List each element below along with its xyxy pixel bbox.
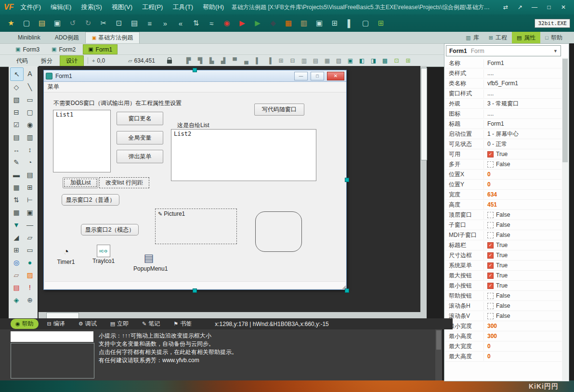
toolbox-tool[interactable]: ⊟ (10, 106, 23, 118)
status-bar-button[interactable]: ◉ 帮助 (11, 319, 39, 329)
selfdraw-list-label[interactable]: 这是自绘List (177, 121, 209, 130)
property-row[interactable]: 最大宽度 0 (445, 341, 561, 352)
popupmenu1-component[interactable]: ▤ PopupMenu1 (133, 251, 164, 272)
checkbox-icon[interactable] (487, 161, 494, 168)
property-row[interactable]: 最大按钮 True (445, 271, 561, 281)
toolbox-tool[interactable]: ↖ (10, 67, 24, 81)
selection-handle-top[interactable] (193, 68, 197, 72)
window-control-button[interactable]: — (528, 2, 541, 12)
timer1-component[interactable]: ◔ Timer1 (51, 245, 81, 265)
property-value[interactable]: 1 - 屏幕中心 (484, 130, 519, 138)
property-row[interactable]: 滚动条V False (445, 311, 561, 321)
property-value[interactable]: 300 (484, 323, 497, 329)
checkbox-icon[interactable] (487, 273, 494, 279)
toolbar-button[interactable]: ▌ (343, 16, 357, 30)
toolbox-tool[interactable]: ↔ (10, 144, 23, 156)
toolbar-button[interactable]: » (158, 16, 172, 30)
alignment-tool-button[interactable]: ⊟ (287, 56, 298, 65)
menu-item[interactable]: 文件(F) (20, 3, 41, 12)
right-panel-tab[interactable]: ▥ 库 (461, 32, 483, 43)
alignment-tool-button[interactable]: ▌ (252, 56, 263, 65)
toolbox-tool[interactable]: ⊕ (24, 294, 36, 306)
properties-scrollbar[interactable] (562, 58, 568, 380)
designed-form-body[interactable]: 不需要DOS窗口（调试输出用）在工程属性里设置 List1 窗口更名 全局变量 … (44, 92, 346, 289)
property-row[interactable]: 类名称 vfb5_Form1 (445, 78, 561, 89)
toolbar-button[interactable]: ▶ (235, 16, 249, 30)
object-selector-dropdown[interactable]: Form1 Form ▼ (446, 45, 561, 56)
property-row[interactable]: MDI子窗口 False (445, 230, 561, 240)
toolbox-tool[interactable]: ⊞ (24, 181, 36, 194)
list2-listbox[interactable]: List2 (171, 129, 316, 181)
designed-form-menu-item[interactable]: 菜单 (48, 83, 59, 91)
property-row[interactable]: 名称 Form1 (445, 58, 561, 68)
toolbox-tool[interactable]: ▥ (24, 131, 36, 144)
toolbar-button[interactable]: ▥ (297, 16, 311, 30)
alignment-tool-button[interactable]: ▤ (310, 56, 321, 65)
property-value[interactable]: Form1 (484, 120, 504, 127)
menu-item[interactable]: 工程(P) (142, 3, 163, 12)
toolbar-button[interactable]: ⊞ (374, 16, 388, 30)
designed-form[interactable]: Form1 — □ ✕ 菜单 不需要DOS窗口（调试输出用）在工程属性里设置 L… (43, 70, 347, 290)
toolbar-button[interactable]: ⇅ (189, 16, 203, 30)
toolbox-tool[interactable]: ! (24, 281, 36, 294)
document-tab[interactable]: ▣ 基础方法例题 (85, 32, 140, 43)
alignment-tool-button[interactable]: ⊡ (391, 56, 402, 65)
window-control-button[interactable]: ✕ (557, 2, 570, 12)
alignment-tool-button[interactable]: ◨ (368, 56, 379, 65)
toolbar-button[interactable]: ✂ (96, 16, 111, 30)
properties-scroll-thumb[interactable] (562, 59, 568, 162)
property-row[interactable]: 启动位置 1 - 屏幕中心 (445, 129, 561, 139)
property-value[interactable]: True (496, 262, 508, 269)
toolbox-tool[interactable]: ▤ (24, 169, 36, 181)
toolbox-tool[interactable]: ▼ (10, 219, 23, 231)
picture1-control[interactable]: ✎Picture1 (155, 209, 237, 244)
property-row[interactable]: 可用 True (445, 149, 561, 159)
alignment-tool-button[interactable]: ⊞ (403, 56, 414, 65)
property-row[interactable]: 滚动条H False (445, 301, 561, 311)
toolbar-button[interactable]: ⊞ (327, 16, 342, 30)
toolbox-tool[interactable]: ▣ (24, 206, 36, 219)
property-value[interactable]: .... (484, 70, 494, 77)
window-control-button[interactable]: ⇄ (499, 2, 512, 12)
property-row[interactable]: 图标 .... (445, 109, 561, 119)
toolbar-button[interactable]: ◆ (266, 16, 280, 30)
checkbox-icon[interactable] (487, 232, 494, 238)
toolbox-tool[interactable]: ● (24, 256, 36, 269)
right-panel-tab[interactable]: ⊞ 工程 (484, 32, 512, 43)
alignment-tool-button[interactable]: ▀ (229, 56, 240, 65)
toolbox-tool[interactable]: ▤ (10, 131, 23, 144)
property-value[interactable]: False (496, 161, 510, 168)
toolbox-tool[interactable]: ▬ (10, 169, 23, 181)
property-row[interactable]: 最小宽度 300 (445, 321, 561, 331)
property-row[interactable]: 尺寸边框 True (445, 250, 561, 261)
checkbox-icon[interactable] (487, 313, 494, 319)
toolbox-tool[interactable]: ▦ (10, 181, 23, 194)
canvas-vertical-scrollbar[interactable] (420, 66, 427, 312)
toolbar-button[interactable]: ▦ (281, 16, 296, 30)
toolbar-button[interactable]: ⊡ (112, 16, 126, 30)
property-row[interactable]: 宽度 634 (445, 190, 561, 200)
property-row[interactable]: 标题 Form1 (445, 119, 561, 129)
toolbar-button[interactable]: ▣ (312, 16, 326, 30)
toolbar-button[interactable]: ↻ (81, 16, 95, 30)
property-value[interactable]: 300 (484, 333, 497, 340)
property-value[interactable]: True (496, 252, 508, 259)
checkbox-icon[interactable] (487, 222, 494, 228)
alignment-tool-button[interactable]: ▙ (206, 56, 217, 65)
toolbar-button[interactable]: ▢ (358, 16, 373, 30)
alignment-tool-button[interactable]: ▄ (241, 56, 252, 65)
alignment-tool-button[interactable]: ▜ (195, 56, 206, 65)
form-tab[interactable]: ▣ Form2 (47, 45, 80, 54)
toolbox-tool[interactable]: ▦ (10, 206, 23, 219)
load-list-button[interactable]: 加载List (63, 177, 98, 188)
toolbox-tool[interactable]: ◢ (10, 231, 23, 244)
checkbox-icon[interactable] (487, 151, 494, 157)
toolbar-button[interactable]: ≈ (204, 16, 219, 30)
property-row[interactable]: 可见状态 0 - 正常 (445, 139, 561, 149)
status-bar-button[interactable]: ▤ 立即 (105, 319, 133, 329)
canvas-horizontal-scrollbar[interactable] (39, 312, 420, 318)
toolbox-tool[interactable]: ╲ (24, 81, 36, 93)
alignment-tool-button[interactable]: ▟ (218, 56, 229, 65)
toolbar-button[interactable]: ▣ (50, 16, 65, 30)
alignment-tool-button[interactable]: ▥ (299, 56, 310, 65)
